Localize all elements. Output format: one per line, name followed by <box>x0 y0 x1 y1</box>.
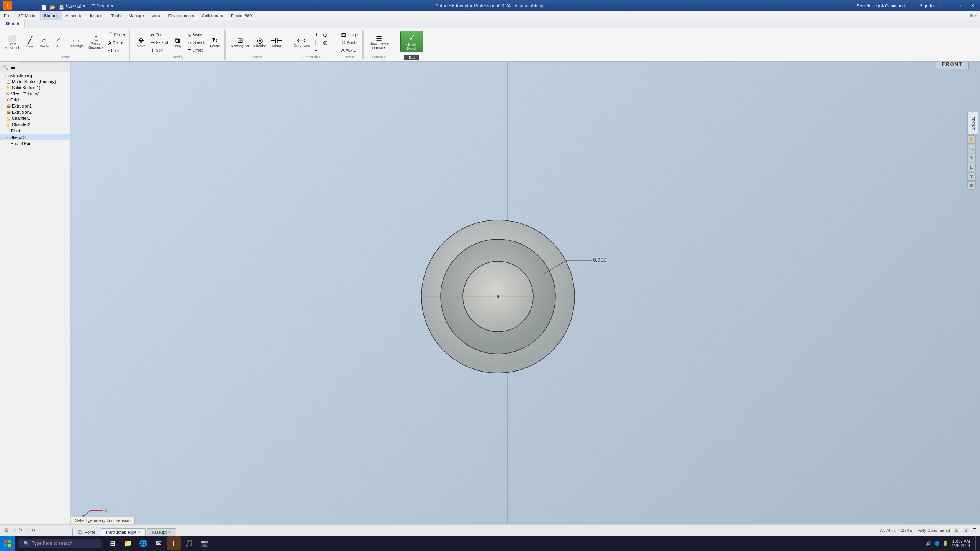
acad-button[interactable]: A ACAD <box>339 47 360 54</box>
clock[interactable]: 10:57 AM 4/25/2024 <box>951 539 970 548</box>
close-button[interactable]: ✕ <box>969 3 977 8</box>
minimize-button[interactable]: ─ <box>947 3 955 8</box>
inventor-taskbar[interactable]: I <box>167 536 181 550</box>
view-cube-front[interactable]: FRONT <box>967 112 978 135</box>
open-button[interactable]: 📂 <box>49 3 56 11</box>
tang-button[interactable]: ⌢ <box>312 46 320 54</box>
viewport[interactable]: FRONT <box>71 54 980 540</box>
settings-icon[interactable]: ☰ <box>972 528 976 533</box>
tree-menu-button[interactable]: ☰ <box>10 64 16 71</box>
close-instructable[interactable]: ✕ <box>138 530 141 535</box>
tree-item-fillet1[interactable]: ⌒ Fillet1 <box>0 127 70 134</box>
vase-tab[interactable]: Vase.ipt ✕ <box>147 528 176 536</box>
unknown-app1[interactable]: 🎵 <box>182 536 196 550</box>
arc-button[interactable]: ◜ Arc <box>52 36 66 50</box>
dimension-button[interactable]: ⟺ Dimension <box>291 36 312 49</box>
points-button[interactable]: ⁙ Points <box>339 39 360 46</box>
undo-button[interactable]: ↩ <box>66 3 74 11</box>
tree-item-sketch3[interactable]: ✏ Sketch3 <box>0 134 70 140</box>
file-explorer-button[interactable]: 📁 <box>121 536 135 550</box>
tree-item-view[interactable]: 👁 View: [Primary] <box>0 91 70 97</box>
rectangle-button[interactable]: ▭ Rectangle <box>67 36 86 49</box>
tree-item-origin[interactable]: ✦ Origin <box>0 97 70 103</box>
scale-button[interactable]: ⤡ Scale <box>185 31 207 39</box>
circle-button[interactable]: ○ Circle <box>38 36 51 50</box>
menu-fusion360[interactable]: Fusion 360 <box>227 11 255 20</box>
finish-sketch-button[interactable]: ✓ FinishSketch <box>400 31 423 52</box>
copy-button[interactable]: ⧉ Copy <box>171 36 185 49</box>
network-icon[interactable]: 🌐 <box>934 541 940 546</box>
nav-icon-1[interactable]: 🏠 <box>4 528 9 533</box>
tree-item-solidbodies[interactable]: 📁 Solid Bodies(1) <box>0 85 70 91</box>
fillet-button[interactable]: ⌒ Fillet ▾ <box>106 31 127 39</box>
split-button[interactable]: ⊤ Split <box>149 47 170 54</box>
nav-icon-3[interactable]: ↻ <box>19 528 22 533</box>
nav-icon-4[interactable]: ⊕ <box>25 528 29 533</box>
nav-icon-2[interactable]: ⊡ <box>12 528 16 533</box>
show-desktop-button[interactable] <box>975 536 976 550</box>
start-button[interactable] <box>0 536 15 551</box>
menu-collaborate[interactable]: Collaborate <box>198 11 227 20</box>
point-button[interactable]: • Point <box>106 47 127 54</box>
menu-tools[interactable]: Tools <box>107 11 125 20</box>
tree-item-extrusion2[interactable]: 📦 Extrusion2 <box>0 109 70 115</box>
task-view-button[interactable]: ⊞ <box>106 536 119 550</box>
menu-sketch[interactable]: Sketch <box>40 11 62 20</box>
rectangular-pattern-button[interactable]: ⊞ Rectangular <box>229 36 252 49</box>
search-tree-button[interactable]: 🔍 <box>2 64 9 71</box>
text-button[interactable]: A Text ▾ <box>106 39 127 47</box>
look-at-button[interactable]: 👁 <box>967 172 976 181</box>
tree-item-endofpart[interactable]: ⊥ End of Part <box>0 140 70 147</box>
tree-item-modelstates[interactable]: 📋 Model States: [Primary] <box>0 78 70 85</box>
sign-in-button[interactable]: Sign In <box>920 3 934 8</box>
menu-environments[interactable]: Environments <box>165 11 198 20</box>
conc-button[interactable]: ◎ <box>321 39 329 46</box>
line-button[interactable]: ╱ Line <box>23 36 37 50</box>
nav-icon-5[interactable]: ⊖ <box>32 528 35 533</box>
coinc-button[interactable]: ⊙ <box>321 31 329 39</box>
circular-pattern-button[interactable]: ◎ Circular <box>252 36 268 49</box>
trim-button[interactable]: ✂ Trim <box>149 31 170 39</box>
home-tab[interactable]: 🏠 Home <box>72 528 100 536</box>
new-button[interactable]: 📄 <box>40 3 47 11</box>
tree-item-root[interactable]: 📄 Instructable.ipt <box>0 72 70 78</box>
menu-annotate[interactable]: Annotate <box>62 11 86 20</box>
maximize-button[interactable]: □ <box>958 3 965 8</box>
ribbon-tab-sketch[interactable]: Sketch <box>0 20 25 28</box>
mirror-button[interactable]: ⊣⊢ Mirror <box>268 36 284 49</box>
menu-3dmodel[interactable]: 3D Model <box>15 11 40 20</box>
tree-item-chamfer2[interactable]: 📐 Chamfer2 <box>0 121 70 127</box>
orbit-button[interactable]: ↻ <box>967 154 976 162</box>
offset-button[interactable]: ⊏ Offset <box>185 47 207 54</box>
pan-button[interactable]: ✋ <box>967 135 976 144</box>
show-format-button[interactable]: ☰ Show FormatFormat ▾ <box>367 34 391 51</box>
battery-icon[interactable]: 🔋 <box>943 541 948 546</box>
redo-button[interactable]: ↪ <box>75 3 83 11</box>
menu-inspect[interactable]: Inspect <box>86 11 107 20</box>
menu-view[interactable]: View <box>148 11 165 20</box>
taskbar-search[interactable]: 🔍 Type here to search <box>18 539 102 548</box>
project-geometry-button[interactable]: ⬡ ProjectGeometry <box>87 34 106 51</box>
tree-item-extrusion1[interactable]: 📦 Extrusion1 <box>0 103 70 109</box>
exit-button[interactable]: Exit <box>404 55 419 60</box>
menu-file[interactable]: File <box>0 11 15 20</box>
stretch-button[interactable]: ↔ Stretch <box>185 39 207 46</box>
tree-item-chamfer1[interactable]: 📐 Chamfer1 <box>0 115 70 121</box>
menu-manage[interactable]: Manage <box>125 11 148 20</box>
start-2d-sketch-button[interactable]: ⬜ Start2D Sketch <box>2 34 22 51</box>
unknown-app2[interactable]: 📷 <box>198 536 211 550</box>
instructable-tab[interactable]: Instructable.ipt ✕ <box>101 528 146 536</box>
search-help[interactable]: Search Help & Commands... <box>857 3 910 8</box>
browser-button[interactable]: 🌐 <box>136 536 150 550</box>
settings-button[interactable]: ⚙ <box>967 181 976 190</box>
close-vase[interactable]: ✕ <box>168 530 171 535</box>
perp-button[interactable]: ⊥ <box>312 31 320 38</box>
eq-button[interactable]: = <box>321 47 329 54</box>
para-button[interactable]: ∥ <box>312 39 320 46</box>
extend-button[interactable]: ⊣ Extend <box>149 39 170 46</box>
image-button[interactable]: 🖼 Image <box>339 31 360 39</box>
move-button[interactable]: ✥ Move <box>134 36 148 49</box>
volume-icon[interactable]: 🔊 <box>926 541 931 546</box>
zoom-button[interactable]: 🔍 <box>967 145 976 153</box>
save-button[interactable]: 💾 <box>57 3 65 11</box>
